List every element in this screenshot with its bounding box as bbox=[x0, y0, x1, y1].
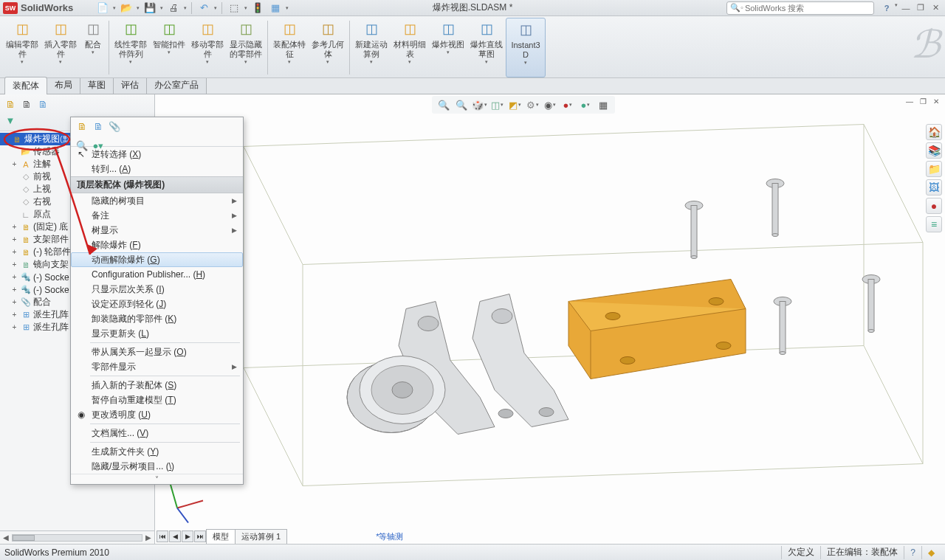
svg-point-13 bbox=[709, 298, 724, 305]
vp-tab-last[interactable]: ⏭ bbox=[194, 530, 206, 542]
ctx-生成新文件夹[interactable]: 生成新文件夹 (Y) bbox=[71, 444, 243, 459]
ctx-更改透明度[interactable]: ◉更改透明度 (U) bbox=[71, 407, 243, 422]
ctx-解除爆炸[interactable]: 解除爆炸 (F) bbox=[71, 238, 243, 252]
ribbon-显示隐藏的零部件[interactable]: ◫显示隐藏的零部件▾ bbox=[227, 18, 265, 77]
ctx-零部件显示[interactable]: 零部件显示▶ bbox=[71, 359, 243, 374]
vp-tab-motion[interactable]: 运动算例 1 bbox=[235, 529, 287, 545]
tree-tab-property[interactable]: 🗎 bbox=[19, 97, 34, 111]
ctx-备注[interactable]: 备注▶ bbox=[71, 208, 243, 223]
zoom-area-icon[interactable]: 🔍 bbox=[454, 97, 469, 112]
options-button[interactable]: ▦ bbox=[268, 1, 283, 15]
ribbon-装配体特征[interactable]: ◫装配体特征▾ bbox=[270, 18, 309, 77]
view-settings-icon[interactable]: ⚙ bbox=[525, 97, 540, 112]
rebuild-button[interactable]: 🚦 bbox=[250, 1, 265, 15]
ribbon-智能扣件[interactable]: ◫智能扣件▾ bbox=[150, 18, 188, 77]
ribbon-编辑零部件[interactable]: ◫编辑零部件▾ bbox=[3, 18, 41, 77]
ctx-动画解除爆炸[interactable]: 动画解除爆炸 (G) bbox=[71, 252, 243, 267]
tab-草图[interactable]: 草图 bbox=[80, 76, 114, 94]
status-tag-icon[interactable]: ◆ bbox=[921, 546, 941, 559]
ctx-插入新的子装配体[interactable]: 插入新的子装配体 (S) bbox=[71, 378, 243, 393]
svg-point-8 bbox=[780, 352, 786, 355]
vp-tab-model[interactable]: 模型 bbox=[206, 529, 236, 545]
view-orientation-icon[interactable]: 🎲 bbox=[472, 97, 487, 112]
vp-tab-first[interactable]: ⏮ bbox=[157, 530, 168, 542]
ribbon-线性零部件阵列[interactable]: ◫线性零部件阵列▾ bbox=[111, 18, 150, 77]
scene-icon[interactable]: ● bbox=[578, 97, 593, 112]
ribbon-材料明细表[interactable]: ◫材料明细表▾ bbox=[391, 18, 429, 77]
tab-布局[interactable]: 布局 bbox=[47, 76, 80, 94]
view-close[interactable]: ✕ bbox=[930, 96, 942, 106]
ribbon: ◫编辑零部件▾◫插入零部件▾◫配合▾◫线性零部件阵列▾◫智能扣件▾◫移动零部件▾… bbox=[0, 16, 945, 78]
tab-办公室产品[interactable]: 办公室产品 bbox=[146, 76, 207, 94]
ctx-expand[interactable]: ˅ bbox=[71, 474, 243, 484]
ctx-隐藏的树项目[interactable]: 隐藏的树项目▶ bbox=[71, 193, 243, 208]
custom-props-icon[interactable]: ≡ bbox=[926, 216, 942, 232]
viewport-tabs: ⏮ ◀ ▶ ⏭ 模型 运动算例 1 *等轴测 bbox=[157, 529, 403, 544]
ribbon-新建运动算例[interactable]: ◫新建运动算例▾ bbox=[352, 18, 391, 77]
hide-show-icon[interactable]: ◉ bbox=[543, 97, 557, 112]
view-simulation-icon[interactable]: ▦ bbox=[596, 97, 611, 112]
ctx-树显示[interactable]: 树显示▶ bbox=[71, 223, 243, 238]
help-button[interactable]: ? bbox=[880, 2, 893, 14]
tab-评估[interactable]: 评估 bbox=[113, 76, 147, 94]
tab-装配体[interactable]: 装配体 bbox=[4, 77, 47, 94]
ctx-带从属关系一起显示[interactable]: 带从属关系一起显示 (O) bbox=[71, 345, 243, 359]
ctx-转到...[interactable]: 转到... (A) bbox=[71, 162, 243, 176]
vp-tab-next[interactable]: ▶ bbox=[182, 530, 193, 542]
ribbon-插入零部件[interactable]: ◫插入零部件▾ bbox=[41, 18, 80, 77]
scroll-left[interactable]: ◀ bbox=[3, 533, 9, 542]
ctx-icon[interactable]: 🗎 bbox=[92, 120, 105, 133]
view-palette-icon[interactable]: 🖼 bbox=[926, 179, 942, 196]
new-file-button[interactable]: 📄 bbox=[95, 1, 110, 15]
search-box[interactable]: 🔍◦ bbox=[726, 1, 874, 15]
status-definition: 欠定义 bbox=[781, 546, 820, 559]
ctx-只显示层次关系[interactable]: 只显示层次关系 (I) bbox=[71, 282, 243, 297]
view-minimize[interactable]: — bbox=[904, 96, 915, 106]
restore-button[interactable]: ❐ bbox=[914, 2, 927, 14]
open-file-button[interactable]: 📂 bbox=[119, 1, 134, 15]
svg-rect-7 bbox=[780, 302, 786, 353]
design-library-icon[interactable]: 📚 bbox=[926, 142, 942, 159]
3d-viewport[interactable]: — ❐ ✕ 🔍 🔍 🎲 ◫ ◩ ⚙ ◉ ● ● ▦ 🏠 📚 📁 🖼 ● ≡ bbox=[155, 94, 945, 544]
display-style-icon[interactable]: ◫ bbox=[489, 97, 504, 112]
ribbon-参考几何体[interactable]: ◫参考几何体▾ bbox=[309, 18, 347, 77]
search-input[interactable] bbox=[745, 4, 870, 13]
ribbon-爆炸直线草图[interactable]: ◫爆炸直线草图▾ bbox=[467, 18, 506, 77]
ribbon-配合[interactable]: ◫配合▾ bbox=[80, 18, 106, 77]
undo-button[interactable]: ↶ bbox=[196, 1, 211, 15]
ribbon-移动零部件[interactable]: ◫移动零部件▾ bbox=[188, 18, 227, 77]
ctx-逆转选择[interactable]: ↖逆转选择 (X) bbox=[71, 147, 243, 162]
close-button[interactable]: ✕ bbox=[929, 2, 942, 14]
status-help-icon[interactable]: ? bbox=[904, 546, 921, 559]
scroll-right[interactable]: ▶ bbox=[145, 533, 151, 542]
svg-point-19 bbox=[418, 317, 439, 331]
view-restore[interactable]: ❐ bbox=[917, 96, 929, 106]
ctx-icon[interactable]: 🗎 bbox=[75, 120, 89, 133]
tree-tab-feature[interactable]: 🗎 bbox=[3, 97, 18, 111]
ctx-icon[interactable]: 📎 bbox=[108, 120, 121, 133]
vp-tab-prev[interactable]: ◀ bbox=[169, 530, 181, 542]
tree-tab-config[interactable]: 🗎 bbox=[35, 97, 50, 111]
search-icon: 🔍◦ bbox=[730, 3, 743, 13]
section-view-icon[interactable]: ◩ bbox=[507, 97, 522, 112]
ribbon-爆炸视图[interactable]: ◫爆炸视图▾ bbox=[429, 18, 467, 77]
ctx-显示更新夹[interactable]: 显示更新夹 (L) bbox=[71, 326, 243, 341]
minimize-button[interactable]: — bbox=[899, 2, 913, 14]
appearance-icon[interactable]: ● bbox=[560, 97, 575, 112]
svg-point-18 bbox=[498, 409, 513, 418]
ctx-Configuration Publisher...[interactable]: Configuration Publisher... (H) bbox=[71, 267, 243, 282]
filter-icon[interactable]: ▼ bbox=[3, 113, 18, 128]
appearances-icon[interactable]: ● bbox=[926, 198, 942, 214]
ctx-文档属性...[interactable]: 文档属性... (V) bbox=[71, 426, 243, 440]
zoom-fit-icon[interactable]: 🔍 bbox=[436, 97, 451, 112]
ctx-隐藏/显示树项目...[interactable]: 隐藏/显示树项目... (\) bbox=[71, 459, 243, 474]
ctx-暂停自动重建模型[interactable]: 暂停自动重建模型 (T) bbox=[71, 393, 243, 407]
file-explorer-icon[interactable]: 📁 bbox=[926, 161, 942, 177]
ctx-卸装隐藏的零部件[interactable]: 卸装隐藏的零部件 (K) bbox=[71, 311, 243, 326]
ctx-设定还原到轻化[interactable]: 设定还原到轻化 (J) bbox=[71, 297, 243, 311]
ribbon-Instant3D[interactable]: ◫Instant3D▾ bbox=[506, 18, 546, 77]
select-button[interactable]: ⬚ bbox=[227, 1, 241, 15]
save-button[interactable]: 💾 bbox=[142, 1, 157, 15]
print-button[interactable]: 🖨 bbox=[166, 1, 181, 15]
home-icon[interactable]: 🏠 bbox=[926, 124, 942, 140]
